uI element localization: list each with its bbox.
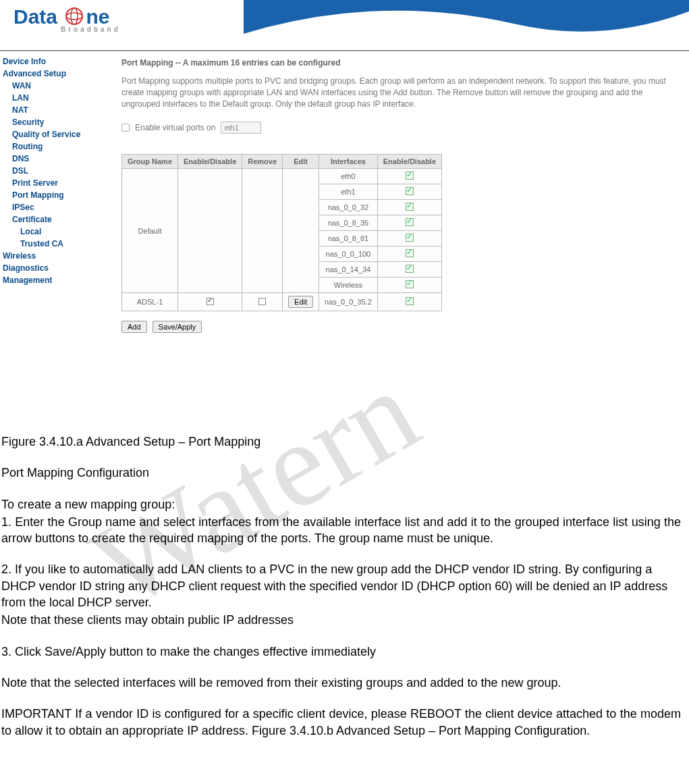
interface-enable-cell (377, 169, 441, 184)
enable-checkbox[interactable] (406, 218, 414, 226)
globe-icon (63, 6, 86, 26)
col-edit: Edit (283, 155, 319, 169)
enable-checkbox[interactable] (406, 172, 414, 180)
interface-cell: nas_0_8_35 (319, 215, 378, 231)
remove-cell (242, 169, 283, 293)
interface-cell: nas_0_0_100 (319, 246, 378, 262)
table-row: Defaulteth0 (122, 169, 442, 184)
interface-cell: Wireless (319, 278, 378, 293)
sidebar-item-management[interactable]: Management (3, 274, 99, 286)
step-3: 3. Click Save/Apply button to make the c… (1, 644, 681, 660)
app-body: Device InfoAdvanced SetupWANLANNATSecuri… (0, 51, 689, 429)
interface-enable-cell (377, 215, 441, 231)
enable-virtual-ports-checkbox[interactable] (121, 124, 130, 132)
brand-part-a: Data (13, 5, 57, 28)
note-line: Note that the selected interfaces will b… (1, 675, 681, 691)
col-enable-disable: Enable/Disable (178, 155, 242, 169)
enable-disable-cell (178, 293, 242, 311)
sidebar-item-dsl[interactable]: DSL (3, 165, 99, 177)
interface-enable-cell (377, 231, 441, 246)
interface-cell: eth1 (319, 184, 378, 200)
edit-cell: Edit (283, 293, 319, 311)
sidebar-item-local[interactable]: Local (3, 226, 99, 238)
figure-caption: Figure 3.4.10.a Advanced Setup – Port Ma… (1, 434, 681, 450)
app-header: Data ne Broadband (0, 0, 689, 51)
sidebar-item-wan[interactable]: WAN (3, 80, 99, 92)
interface-enable-cell (377, 293, 441, 311)
sidebar-item-port-mapping[interactable]: Port Mapping (3, 189, 99, 201)
step-2b: Note that these clients may obtain publi… (1, 612, 681, 628)
col-enable-disable: Enable/Disable (377, 155, 441, 169)
group-name-cell: ADSL-1 (122, 293, 178, 311)
page-description: Port Mapping supports multiple ports to … (121, 76, 682, 109)
sidebar-item-ipsec[interactable]: IPSec (3, 201, 99, 213)
edit-button[interactable]: Edit (288, 296, 313, 308)
sidebar-item-print-server[interactable]: Print Server (3, 177, 99, 189)
col-interfaces: Interfaces (319, 155, 378, 169)
enable-virtual-ports-label: Enable virtual ports on (135, 123, 215, 132)
svg-point-1 (66, 13, 82, 20)
sidebar-item-routing[interactable]: Routing (3, 140, 99, 153)
page-title: Port Mapping -- A maximum 16 entries can… (121, 58, 682, 68)
interface-enable-cell (377, 184, 441, 200)
step-2a: 2. If you like to automatically add LAN … (1, 561, 681, 610)
remove-checkbox[interactable] (258, 298, 266, 305)
remove-cell (242, 293, 283, 311)
save-apply-button[interactable]: Save/Apply (153, 321, 202, 333)
enable-checkbox[interactable] (406, 249, 414, 257)
interface-cell: nas_0_14_34 (319, 262, 378, 278)
action-buttons: Add Save/Apply (121, 321, 682, 333)
sidebar-nav: Device InfoAdvanced SetupWANLANNATSecuri… (0, 51, 101, 293)
sidebar-item-diagnostics[interactable]: Diagnostics (3, 262, 99, 274)
enable-checkbox[interactable] (406, 280, 414, 288)
svg-point-0 (66, 8, 82, 24)
interface-cell: nas_0_0_32 (319, 200, 378, 215)
col-remove: Remove (242, 155, 283, 169)
col-group-name: Group Name (122, 155, 178, 169)
interface-cell: nas_0_8_81 (319, 231, 378, 246)
enable-checkbox[interactable] (406, 297, 414, 305)
interface-cell: eth0 (319, 169, 378, 184)
add-button[interactable]: Add (121, 321, 147, 333)
important-note: IMPORTANT If a vendor ID is configured f… (1, 706, 681, 739)
header-swoosh-graphic (244, 0, 689, 47)
group-name-cell: Default (122, 169, 178, 293)
sidebar-item-nat[interactable]: NAT (3, 104, 99, 116)
sidebar-item-quality-of-service[interactable]: Quality of Service (3, 128, 99, 140)
sidebar-item-certificate[interactable]: Certificate (3, 213, 99, 226)
table-row: ADSL-1Editnas_0_0_35.2 (122, 293, 442, 311)
sidebar-item-lan[interactable]: LAN (3, 92, 99, 104)
brand-logo: Data ne Broadband (13, 5, 121, 33)
virtual-ports-row: Enable virtual ports on (121, 122, 682, 134)
intro-line: To create a new mapping group: (1, 496, 681, 513)
enable-checkbox[interactable] (406, 187, 414, 195)
enable-checkbox[interactable] (406, 203, 414, 211)
port-mapping-table: Group NameEnable/DisableRemoveEditInterf… (121, 154, 442, 311)
group-enable-checkbox[interactable] (206, 298, 214, 305)
document-text: Figure 3.4.10.a Advanced Setup – Port Ma… (0, 429, 689, 773)
brand-tagline: Broadband (61, 26, 121, 33)
enable-checkbox[interactable] (406, 234, 414, 242)
sidebar-item-wireless[interactable]: Wireless (3, 250, 99, 262)
interface-cell: nas_0_0_35.2 (319, 293, 378, 311)
sidebar-item-trusted-ca[interactable]: Trusted CA (3, 238, 99, 250)
sidebar-item-dns[interactable]: DNS (3, 153, 99, 165)
enable-disable-cell (178, 169, 242, 293)
edit-cell (283, 169, 319, 293)
step-1: 1. Enter the Group name and select inter… (1, 514, 681, 547)
interface-enable-cell (377, 278, 441, 293)
enable-checkbox[interactable] (406, 265, 414, 273)
section-heading: Port Mapping Configuration (1, 465, 681, 481)
sidebar-item-device-info[interactable]: Device Info (3, 55, 99, 68)
interface-enable-cell (377, 262, 441, 278)
main-content: Port Mapping -- A maximum 16 entries can… (101, 51, 689, 340)
sidebar-item-security[interactable]: Security (3, 116, 99, 128)
interface-enable-cell (377, 200, 441, 215)
svg-point-2 (71, 8, 78, 24)
virtual-ports-input[interactable] (221, 122, 261, 134)
interface-enable-cell (377, 246, 441, 262)
sidebar-item-advanced-setup[interactable]: Advanced Setup (3, 68, 99, 80)
brand-part-b: ne (86, 5, 109, 28)
